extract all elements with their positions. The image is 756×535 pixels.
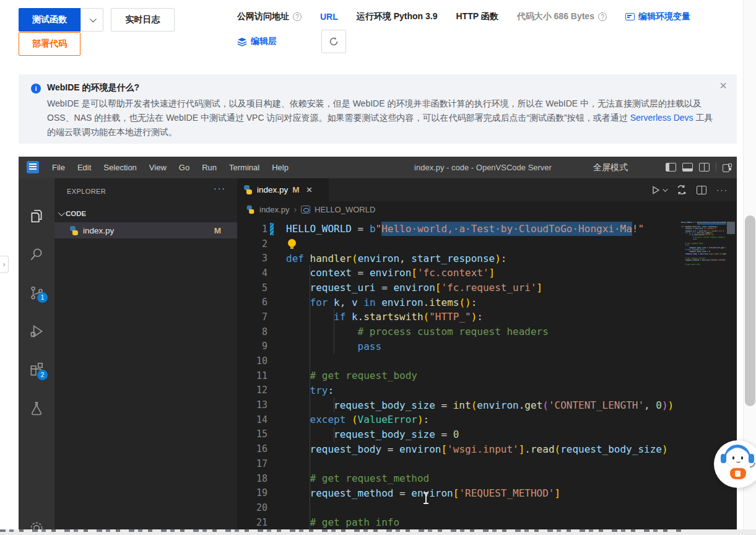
code-line-1[interactable]: 1HELLO_WORLD = b"Hello·world,·a·Test·by·… [237,222,680,237]
tab-modified-badge: M [292,185,299,194]
run-python-file-button[interactable] [651,185,666,195]
menu-selection[interactable]: Selection [97,160,142,176]
more-actions-icon[interactable]: ··· [214,183,226,193]
divider [716,162,716,172]
explorer-icon[interactable] [28,208,45,224]
line-number: 16 [237,443,267,455]
run-debug-icon[interactable] [28,323,45,339]
close-icon[interactable]: × [719,79,727,92]
help-assistant-widget[interactable] [714,440,756,488]
testing-icon[interactable] [28,400,45,416]
menu-file[interactable]: File [46,160,71,176]
close-tab-icon[interactable]: × [306,184,313,196]
code-line-13[interactable]: 13 request_body_size = int(environ.get('… [237,398,680,412]
panel-expander-button[interactable]: › [0,256,9,273]
test-function-dropdown-button[interactable] [80,8,103,32]
page-scrollbar-thumb[interactable] [745,215,755,406]
code-line-1: HELLO_WORLD = b"Hello·world,·a·Test·by·C… [680,222,726,224]
realtime-logs-button[interactable]: 实时日志 [111,8,175,32]
serverless-devs-link[interactable]: Serverless Devs [630,113,693,123]
deploy-code-button[interactable]: 部署代码 [19,32,80,56]
toggle-panel-icon[interactable] [682,163,693,172]
split-editor-icon[interactable] [697,186,706,194]
code-line-15[interactable]: 15 request_body_size = 0 [237,427,680,442]
source-control-icon[interactable]: 1 [28,285,45,301]
code-line-17[interactable]: 17 [237,456,680,471]
chevron-down-icon [663,186,667,191]
refresh-icon [329,37,339,46]
file-row-indexpy[interactable]: index.py M [54,222,237,238]
code-line-2[interactable]: 2 [237,237,680,251]
url-link[interactable]: URL [320,12,338,22]
open-changes-icon[interactable] [676,185,687,195]
code-line-16[interactable]: 16 request_body = environ['wsgi.input'].… [237,441,680,456]
openvscode-logo-icon [27,161,39,173]
code-line-20[interactable]: 20 [237,500,680,515]
toggle-sidebar-icon[interactable] [666,163,676,172]
menu-run[interactable]: Run [196,160,223,176]
banner-title: WebIDE 的环境是什么? [47,82,139,94]
customize-layout-icon[interactable] [723,163,732,172]
code-line-3[interactable]: 3def handler(environ, start_response): [237,251,680,266]
code-size-label: 代码大小 686 Bytes [517,11,594,22]
fullscreen-mode-button[interactable]: 全屏模式 [593,157,628,178]
microphone-icon [750,463,755,468]
code-editor[interactable]: 1HELLO_WORLD = b"Hello·world,·a·Test·by·… [237,222,680,535]
editor-more-actions-icon[interactable]: ··· [716,185,728,194]
line-number: 2 [237,238,267,250]
menu-go[interactable]: Go [173,160,196,176]
edit-layer-link[interactable]: 编辑层 [251,36,277,47]
code-line-7[interactable]: 7 if k.startswith("HTTP_"): [237,310,680,324]
menu-edit[interactable]: Edit [71,160,97,176]
breadcrumb-symbol[interactable]: HELLO_WORLD [315,205,375,214]
code-line-5[interactable]: 5 request_uri = environ['fc.request_uri'… [237,281,680,295]
refresh-button[interactable] [321,30,346,53]
code-line-12[interactable]: 12 try: [237,383,680,398]
window-title: index.py - code - OpenVSCode Server [365,157,601,178]
menu-help[interactable]: Help [266,160,295,176]
code-line-11[interactable]: 11 # get request_body [237,368,680,383]
layers-icon [237,37,247,46]
code-folder-row[interactable]: CODE [54,206,237,221]
activity-bar: 1 2 [19,178,54,535]
breadcrumb-file[interactable]: index.py [259,205,289,214]
code-line-21[interactable]: 21 # get path info [237,515,680,530]
env-variables-icon [625,13,635,20]
help-icon[interactable]: ? [293,12,302,21]
minimap[interactable]: HELLO_WORLD = b"Hello·world,·a·Test·by·C… [680,222,726,535]
editor-group: index.py M × ··· [237,178,737,535]
line-number: 19 [237,487,267,498]
source-control-badge: 1 [37,292,48,303]
toggle-secondary-sidebar-icon[interactable] [699,163,710,172]
code-line-8[interactable]: 8 # process custom request headers [237,324,680,339]
line-number: 3 [237,253,267,264]
editor-scrollbar-thumb[interactable] [727,222,735,234]
line-number: 10 [237,355,267,367]
code-line-14[interactable]: 14 except (ValueError): [237,412,680,427]
menubar: FileEditSelectionViewGoRunTerminalHelp [46,157,295,178]
webide-window: FileEditSelectionViewGoRunTerminalHelp i… [19,157,737,535]
menu-view[interactable]: View [143,160,173,176]
code-line-19[interactable]: 19 request_method = environ['REQUEST_MET… [237,485,680,500]
code-line-6[interactable]: 6 for k, v in environ.items(): [237,295,680,310]
layer-row: 编辑层 [237,30,346,53]
tab-indexpy[interactable]: index.py M × [237,178,329,201]
code-line-4[interactable]: 4 context = environ['fc.context'] [237,266,680,281]
menu-terminal[interactable]: Terminal [223,160,266,176]
code-line-18[interactable]: 18 # get request_method [237,471,680,486]
robot-smile [736,460,741,463]
lightbulb-icon[interactable] [288,239,296,247]
extensions-icon[interactable]: 2 [28,362,45,378]
test-function-button[interactable]: 测试函数 [19,8,80,32]
modified-line-gutter-marker [270,223,274,235]
editor-scrollbar[interactable] [726,222,736,535]
code-line-10[interactable]: 10 [237,354,680,368]
line-number: 17 [237,458,267,469]
code-line-21: # get path info [680,264,726,266]
edit-env-variables-link[interactable]: 编辑环境变量 [638,11,690,22]
indent-guide [334,398,334,412]
code-line-9[interactable]: 9 pass [237,339,680,354]
search-icon[interactable] [28,246,45,263]
help-icon[interactable]: ? [598,12,607,21]
python-file-icon [246,205,255,214]
